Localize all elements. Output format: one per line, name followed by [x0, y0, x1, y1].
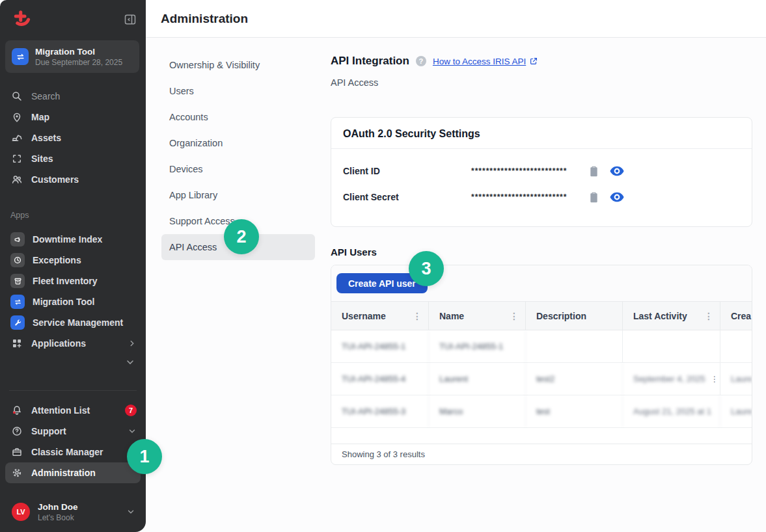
- client-secret-label: Client Secret: [343, 192, 471, 202]
- migration-tool-icon: [12, 48, 29, 65]
- subnav-item-users[interactable]: Users: [161, 78, 315, 104]
- cell-username: TUI-API-24855-1: [331, 330, 429, 362]
- chevron-down-icon: [125, 357, 135, 367]
- table-row[interactable]: TUI-API-24855-1 TUI-API-24855-1: [331, 330, 752, 363]
- column-label: Description: [536, 311, 586, 321]
- bell-alert-icon: [10, 405, 23, 416]
- sidebar-item-map[interactable]: Map: [0, 107, 146, 127]
- oauth-settings-card: OAuth 2.0 Security Settings Client ID **…: [331, 117, 752, 227]
- column-label: Crea: [731, 311, 751, 321]
- doc-link-text[interactable]: How to Access IRIS API: [433, 57, 526, 66]
- oauth-card-header: OAuth 2.0 Security Settings: [331, 118, 752, 149]
- app-window: Migration Tool Due September 28, 2025 Se…: [0, 0, 766, 532]
- table-empty-space: [331, 428, 752, 444]
- migration-tool-banner[interactable]: Migration Tool Due September 28, 2025: [5, 40, 139, 73]
- row-menu-icon[interactable]: ⋮: [711, 375, 718, 384]
- subnav-item-ownership-visibility[interactable]: Ownership & Visibility: [161, 52, 315, 78]
- sidebar-item-applications[interactable]: Applications: [0, 333, 146, 354]
- app-grid-icon: [10, 338, 23, 349]
- sidebar-item-label: Exceptions: [33, 255, 81, 265]
- cell-last-activity: [623, 330, 720, 362]
- results-count: Showing 3 of 3 results: [342, 449, 425, 459]
- user-menu[interactable]: LV John Doe Let's Book: [5, 498, 141, 526]
- sidebar-item-service-management[interactable]: Service Management: [0, 312, 146, 333]
- archive-icon: [10, 274, 25, 288]
- sidebar-item-attention-list[interactable]: Attention List 7: [0, 400, 146, 421]
- client-id-row: Client ID **************************: [343, 158, 740, 184]
- column-label: Name: [439, 311, 464, 321]
- eye-icon[interactable]: [610, 166, 624, 176]
- sidebar-expand-toggle[interactable]: [0, 352, 146, 373]
- banner-title: Migration Tool: [35, 47, 122, 57]
- column-menu-icon[interactable]: ⋮: [413, 312, 422, 321]
- primary-sidebar: Migration Tool Due September 28, 2025 Se…: [0, 0, 146, 532]
- sidebar-item-support[interactable]: Support: [0, 421, 146, 442]
- help-icon[interactable]: ?: [416, 56, 426, 66]
- cell-created: Laurent: [720, 363, 752, 395]
- sidebar-item-customers[interactable]: Customers: [0, 169, 146, 190]
- api-integration-header: API Integration ? How to Access IRIS API: [331, 55, 752, 68]
- sidebar-collapse-icon[interactable]: [124, 13, 137, 26]
- copy-icon[interactable]: [588, 191, 599, 204]
- main-content: API Integration ? How to Access IRIS API…: [331, 38, 752, 465]
- table-row[interactable]: TUI-API-24855-3 Marco test August 21, 20…: [331, 395, 752, 428]
- eye-icon[interactable]: [610, 192, 624, 202]
- column-header-description[interactable]: Description: [526, 302, 623, 330]
- sidebar-item-classic-manager[interactable]: Classic Manager: [0, 442, 146, 462]
- column-header-name[interactable]: Name ⋮: [429, 302, 526, 330]
- tui-logo-icon: [12, 10, 31, 29]
- copy-icon[interactable]: [588, 165, 599, 178]
- subnav-item-organization[interactable]: Organization: [161, 130, 315, 156]
- sidebar-item-migration-tool[interactable]: Migration Tool: [0, 291, 146, 312]
- section-title: API Integration: [331, 55, 409, 68]
- sidebar-item-fleet-inventory[interactable]: Fleet Inventory: [0, 271, 146, 291]
- sidebar-divider: [9, 390, 137, 391]
- cell-username: TUI-API-24855-3: [331, 395, 429, 427]
- column-menu-icon[interactable]: ⋮: [704, 312, 713, 321]
- client-id-label: Client ID: [343, 166, 471, 176]
- banner-subtitle: Due September 28, 2025: [35, 58, 122, 67]
- step-badge-1: 1: [127, 439, 162, 474]
- table-row[interactable]: TUI-API-24855-4 Laurent test2 September …: [331, 363, 752, 395]
- cell-username: TUI-API-24855-4: [331, 363, 429, 395]
- sidebar-item-search[interactable]: Search: [0, 86, 146, 107]
- chevron-down-icon: [126, 507, 135, 516]
- cell-description: test: [526, 395, 623, 427]
- excavator-icon: [10, 132, 23, 144]
- oauth-card-title: OAuth 2.0 Security Settings: [343, 128, 740, 140]
- column-menu-icon[interactable]: ⋮: [510, 312, 519, 321]
- customers-icon: [10, 174, 23, 185]
- sidebar-item-label: Attention List: [31, 405, 90, 416]
- sidebar-item-label: Customers: [31, 174, 79, 185]
- sidebar-item-label: Downtime Index: [33, 234, 102, 245]
- avatar: LV: [12, 503, 30, 521]
- sidebar-item-assets[interactable]: Assets: [0, 127, 146, 148]
- sidebar-item-exceptions[interactable]: Exceptions: [0, 250, 146, 271]
- step-badge-3: 3: [409, 251, 444, 286]
- chevron-right-icon: [128, 339, 137, 348]
- sidebar-nav-apps: Downtime Index Exceptions Fleet Inventor…: [0, 229, 146, 354]
- column-header-username[interactable]: Username ⋮: [331, 302, 429, 330]
- sidebar-item-sites[interactable]: Sites: [0, 148, 146, 169]
- cell-last-activity: August 21, 2025 at 1: [623, 395, 720, 427]
- sidebar-item-administration[interactable]: Administration: [5, 462, 141, 483]
- sidebar-item-downtime-index[interactable]: Downtime Index: [0, 229, 146, 250]
- client-id-value: **************************: [471, 166, 588, 176]
- user-text: John Doe Let's Book: [38, 502, 78, 522]
- page-header: Administration: [146, 0, 766, 38]
- step-badge-2: 2: [224, 219, 259, 254]
- banner-text: Migration Tool Due September 28, 2025: [35, 47, 122, 67]
- sidebar-item-label: Migration Tool: [33, 297, 94, 307]
- user-name: John Doe: [38, 502, 78, 512]
- iris-api-doc-link[interactable]: How to Access IRIS API: [433, 57, 538, 66]
- sidebar-item-label: Support: [31, 426, 66, 436]
- subnav-item-accounts[interactable]: Accounts: [161, 104, 315, 130]
- column-header-created[interactable]: Crea: [720, 302, 752, 330]
- subnav-item-devices[interactable]: Devices: [161, 156, 315, 182]
- cell-description: test2: [526, 363, 623, 395]
- subnav-item-app-library[interactable]: App Library: [161, 182, 315, 208]
- briefcase-icon: [10, 446, 23, 458]
- column-header-last-activity[interactable]: Last Activity ⋮: [623, 302, 720, 330]
- sidebar-header: [12, 9, 137, 30]
- sidebar-item-label: Service Management: [33, 317, 123, 328]
